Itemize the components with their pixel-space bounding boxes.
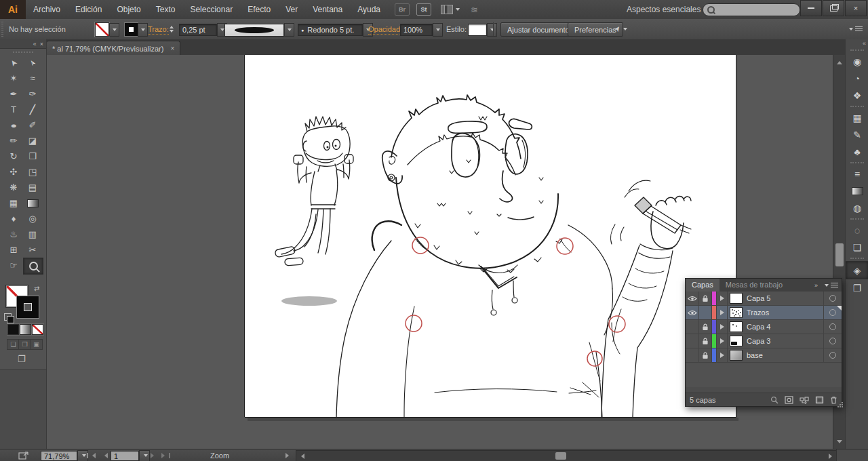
hand-tool[interactable]: ☞ [4, 258, 23, 273]
control-panel-menu-icon[interactable] [846, 26, 863, 33]
ellipse-tool[interactable]: ● [4, 117, 23, 133]
panel-resize-grip[interactable] [840, 404, 841, 405]
slice-tool[interactable]: ✂ [23, 242, 42, 258]
dock-grip[interactable] [846, 216, 868, 222]
screen-mode-icon[interactable]: ❐ [18, 354, 26, 364]
bridge-button[interactable]: Br [395, 3, 410, 16]
clipping-mask-icon[interactable] [785, 396, 793, 404]
gradient-tool[interactable] [23, 195, 42, 211]
lock-toggle[interactable] [699, 348, 712, 362]
zoom-level-field[interactable]: 71,79% [41, 451, 77, 461]
color-guide-panel-icon[interactable]: ◔ [846, 70, 868, 87]
layers-collapse-icon[interactable]: » [814, 282, 818, 289]
default-fill-stroke-icon[interactable] [4, 313, 12, 321]
stroke-color-caret[interactable] [138, 23, 148, 37]
menu-efecto[interactable]: Efecto [240, 0, 278, 19]
isolate-selection-icon[interactable]: ➤ [612, 24, 623, 34]
type-tool[interactable]: T [4, 102, 23, 117]
style-caret[interactable] [487, 23, 497, 37]
stroke-swatch[interactable] [17, 296, 39, 318]
layer-thumbnail[interactable] [730, 321, 743, 332]
zoom-tool[interactable] [23, 258, 43, 275]
shape-builder-tool[interactable]: ❋ [4, 180, 23, 195]
close-button[interactable]: × [845, 0, 867, 16]
expand-arrow-icon[interactable] [717, 320, 728, 334]
opacity-link[interactable]: Opacidad: [368, 25, 402, 35]
menu-ayuda[interactable]: Ayuda [350, 0, 388, 19]
stroke-panel-icon[interactable]: ≡ [846, 165, 868, 182]
scroll-left-icon[interactable] [298, 454, 304, 459]
style-swatch[interactable] [468, 24, 487, 36]
color-panel-panel-icon[interactable]: ◉ [846, 53, 868, 70]
stock-button[interactable]: St [416, 3, 431, 16]
swap-fill-stroke-icon[interactable]: ⇄ [34, 285, 39, 292]
swatches-panel-icon[interactable]: ▦ [846, 109, 868, 126]
opacity-field[interactable]: 100% [400, 24, 433, 36]
stroke-width-field[interactable]: 0,25 pt [179, 24, 217, 36]
brush-definition-preview[interactable] [224, 24, 284, 37]
artboard-number-field[interactable]: 1 [111, 451, 139, 461]
scale-tool[interactable]: ❒ [23, 148, 42, 164]
eyedropper-tool[interactable]: ♦ [4, 211, 23, 226]
menu-edicion[interactable]: Edición [68, 0, 109, 19]
tools-panel-grip[interactable] [0, 49, 46, 55]
delete-layer-icon[interactable] [830, 396, 837, 404]
draw-inside-mode[interactable]: ▣ [30, 339, 43, 350]
stroke-link[interactable]: Trazo: [148, 25, 169, 35]
pen-variant-tool[interactable]: ✑ [23, 86, 42, 102]
minimize-button[interactable] [800, 0, 822, 16]
gradient-panel-icon[interactable] [846, 182, 868, 199]
brush-select[interactable]: ● Redondo 5 pt. [298, 24, 363, 36]
layer-target-icon[interactable] [823, 320, 842, 334]
menu-ver[interactable]: Ver [278, 0, 305, 19]
pen-tool[interactable]: ✒ [4, 86, 23, 102]
rotate-tool[interactable]: ↻ [4, 148, 23, 164]
free-transform-tool[interactable]: ◳ [23, 164, 42, 180]
menu-ventana[interactable]: Ventana [305, 0, 350, 19]
status-expand-icon[interactable] [285, 453, 292, 458]
dock-collapse-icon[interactable]: « [846, 39, 868, 47]
artboards-panel-icon[interactable]: ❐ [846, 279, 868, 296]
menu-archivo[interactable]: Archivo [26, 0, 68, 19]
arrange-documents-icon[interactable] [441, 5, 453, 14]
width-tool[interactable]: ✣ [4, 164, 23, 180]
visibility-toggle[interactable] [686, 334, 699, 348]
color-mode-color[interactable] [7, 324, 19, 335]
horizontal-scrollbar[interactable] [296, 450, 837, 461]
lock-toggle[interactable] [699, 320, 712, 334]
pencil-tool[interactable]: ✏ [4, 133, 23, 148]
document-tab-close-icon[interactable]: × [170, 45, 174, 52]
layer-name[interactable]: Trazos [747, 308, 823, 317]
next-artboard-icon[interactable] [151, 453, 157, 458]
layer-row-capa-3[interactable]: Capa 3 [686, 334, 842, 348]
sync-icon[interactable]: ≋ [471, 5, 478, 15]
horizontal-scroll-thumb[interactable] [555, 452, 566, 460]
opacity-caret[interactable] [433, 23, 443, 37]
lock-toggle[interactable] [699, 334, 712, 348]
previous-artboard-icon[interactable] [102, 453, 108, 458]
layer-target-icon[interactable] [823, 348, 842, 362]
fill-color-swatch[interactable] [95, 22, 109, 37]
expand-arrow-icon[interactable] [717, 306, 728, 319]
isolate-selection-caret[interactable] [623, 28, 627, 33]
layers-panel-menu-icon[interactable] [822, 282, 838, 289]
graphic-styles-panel-icon[interactable]: ❏ [846, 239, 868, 256]
workspace-switcher[interactable]: Aspectos esenciales [627, 0, 707, 19]
symbol-sprayer-tool[interactable]: ♨ [4, 226, 23, 242]
new-sublayer-icon[interactable] [800, 396, 809, 404]
transparency-panel-icon[interactable]: ◍ [846, 199, 868, 216]
brush-definition-caret[interactable] [284, 23, 294, 37]
locate-object-icon[interactable] [770, 396, 778, 404]
layers-panel-icon[interactable]: ◈ [846, 261, 868, 279]
direct-selection-tool[interactable]: ➢ [23, 55, 42, 71]
layer-target-icon[interactable] [823, 292, 842, 305]
menu-seleccionar[interactable]: Seleccionar [182, 0, 240, 19]
export-icon[interactable] [18, 452, 29, 460]
appearance-panel-icon[interactable]: ◌ [846, 222, 868, 239]
layer-thumbnail[interactable] [730, 293, 743, 304]
layer-name[interactable]: Capa 3 [747, 337, 823, 345]
search-input[interactable] [703, 3, 800, 16]
menu-texto[interactable]: Texto [149, 0, 183, 19]
visibility-toggle[interactable] [686, 292, 699, 305]
last-artboard-icon[interactable] [161, 453, 170, 458]
